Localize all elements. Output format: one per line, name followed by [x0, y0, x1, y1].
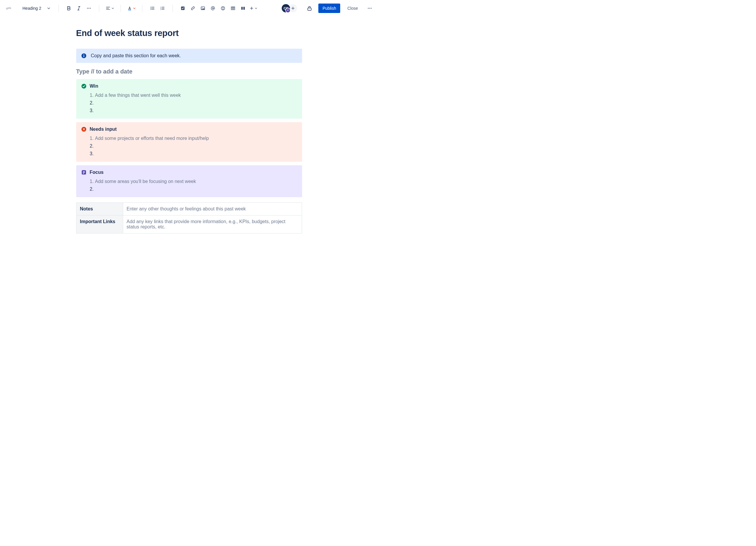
svg-point-0 — [87, 8, 88, 9]
note-icon — [81, 170, 87, 175]
svg-point-6 — [151, 9, 151, 10]
list-item[interactable] — [95, 185, 297, 193]
info-icon — [81, 53, 87, 59]
note-panel-list[interactable]: Add some areas you'll be focusing on nex… — [81, 178, 297, 193]
alignment-button[interactable] — [105, 4, 115, 13]
avatar-sub-badge: C — [285, 8, 291, 13]
svg-rect-30 — [83, 171, 85, 172]
mention-button[interactable] — [208, 4, 218, 13]
restrictions-button[interactable] — [305, 4, 314, 13]
table-header-cell[interactable]: Important Links — [76, 216, 123, 234]
svg-point-1 — [88, 8, 89, 9]
date-placeholder-heading[interactable]: Type // to add a date — [76, 68, 302, 75]
svg-rect-31 — [83, 172, 85, 173]
list-item[interactable]: Add some areas you'll be focusing on nex… — [95, 178, 297, 185]
table-row[interactable]: Important Links Add any key links that p… — [76, 216, 302, 234]
toolbar-separator — [172, 5, 173, 12]
table-row[interactable]: Notes Enter any other thoughts or feelin… — [76, 203, 302, 216]
layouts-button[interactable] — [238, 4, 248, 13]
svg-point-22 — [369, 8, 370, 9]
svg-point-25 — [83, 54, 84, 55]
svg-point-12 — [202, 7, 203, 8]
italic-button[interactable] — [74, 4, 84, 13]
close-button[interactable]: Close — [344, 4, 361, 13]
svg-rect-19 — [243, 7, 245, 10]
svg-rect-17 — [231, 7, 235, 10]
action-item-button[interactable] — [178, 4, 188, 13]
table-header-cell[interactable]: Notes — [76, 203, 123, 216]
presence-avatars: CK C — [282, 4, 297, 12]
page-title[interactable]: End of week status report — [76, 28, 302, 38]
list-item[interactable]: Add some projects or efforts that need m… — [95, 135, 297, 142]
svg-point-4 — [151, 6, 151, 7]
chevron-down-icon — [255, 7, 257, 9]
svg-point-15 — [222, 7, 222, 8]
more-formatting-button[interactable] — [84, 4, 94, 13]
svg-point-16 — [223, 7, 224, 8]
svg-text:3: 3 — [160, 9, 161, 10]
svg-rect-26 — [83, 56, 84, 57]
table-cell[interactable]: Add any key links that provide more info… — [123, 216, 302, 234]
user-avatar[interactable]: CK C — [282, 4, 290, 12]
table-button[interactable] — [228, 4, 238, 13]
bold-button[interactable] — [64, 4, 74, 13]
table-cell[interactable]: Enter any other thoughts or feelings abo… — [123, 203, 302, 216]
image-button[interactable] — [198, 4, 208, 13]
error-circle-icon — [81, 126, 87, 132]
list-item[interactable] — [95, 99, 297, 107]
list-item[interactable] — [95, 107, 297, 115]
toolbar-separator — [120, 5, 121, 12]
svg-rect-3 — [128, 10, 131, 10]
svg-rect-18 — [241, 7, 243, 10]
more-actions-button[interactable] — [365, 4, 374, 13]
toolbar-separator — [58, 5, 59, 12]
error-panel[interactable]: Needs input Add some projects or efforts… — [76, 122, 302, 162]
success-panel-list[interactable]: Add a few things that went well this wee… — [81, 92, 297, 115]
note-panel[interactable]: Focus Add some areas you'll be focusing … — [76, 165, 302, 197]
svg-rect-20 — [308, 8, 311, 10]
info-panel-text[interactable]: Copy and paste this section for each wee… — [91, 53, 181, 58]
emoji-button[interactable] — [218, 4, 228, 13]
editor-toolbar: Heading 2 123 — [0, 0, 378, 17]
text-style-select[interactable]: Heading 2 — [19, 4, 53, 13]
app-logo-icon — [4, 3, 14, 13]
notes-table[interactable]: Notes Enter any other thoughts or feelin… — [76, 203, 302, 234]
insert-button[interactable] — [248, 4, 258, 13]
error-panel-list[interactable]: Add some projects or efforts that need m… — [81, 135, 297, 158]
svg-point-23 — [371, 8, 372, 9]
link-button[interactable] — [188, 4, 198, 13]
text-color-button[interactable] — [126, 4, 137, 13]
list-item[interactable] — [95, 142, 297, 150]
svg-point-5 — [151, 8, 151, 9]
list-item[interactable] — [95, 150, 297, 158]
chevron-down-icon — [112, 7, 114, 9]
bullet-list-button[interactable] — [148, 4, 157, 13]
publish-button[interactable]: Publish — [318, 4, 340, 13]
svg-point-21 — [368, 8, 369, 9]
chevron-down-icon — [47, 7, 50, 10]
editor-content[interactable]: End of week status report Copy and paste… — [76, 17, 302, 234]
numbered-list-button[interactable]: 123 — [158, 4, 167, 13]
svg-rect-32 — [83, 173, 84, 174]
check-circle-icon — [81, 83, 87, 89]
list-item[interactable]: Add a few things that went well this wee… — [95, 92, 297, 99]
svg-point-2 — [90, 8, 91, 9]
success-panel[interactable]: Win Add a few things that went well this… — [76, 79, 302, 119]
success-panel-title[interactable]: Win — [90, 84, 98, 89]
info-panel[interactable]: Copy and paste this section for each wee… — [76, 49, 302, 63]
note-panel-title[interactable]: Focus — [90, 170, 104, 175]
toolbar-separator — [142, 5, 142, 12]
text-style-label: Heading 2 — [22, 6, 41, 11]
error-panel-title[interactable]: Needs input — [90, 127, 117, 132]
chevron-down-icon — [133, 7, 136, 9]
svg-point-14 — [221, 6, 225, 10]
toolbar-separator — [99, 5, 99, 12]
